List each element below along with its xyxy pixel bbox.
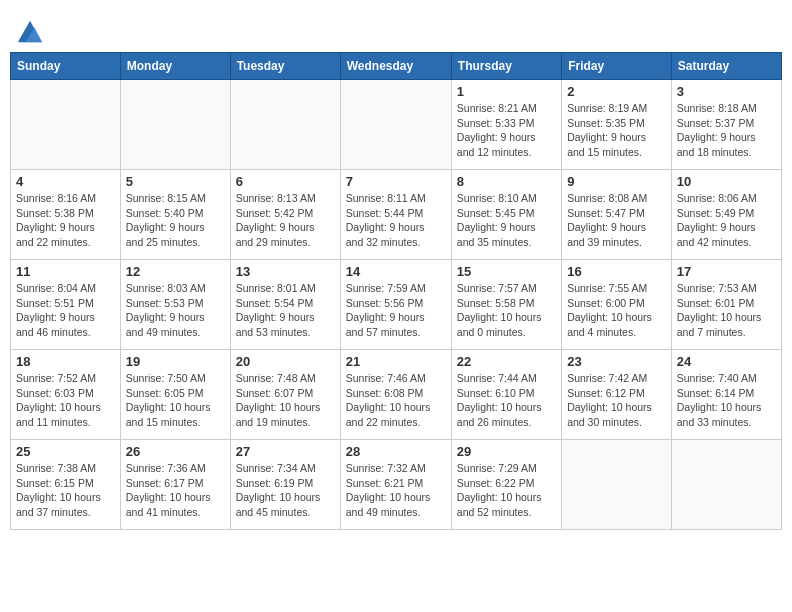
day-info: Sunrise: 7:34 AM Sunset: 6:19 PM Dayligh… (236, 461, 335, 520)
day-number: 22 (457, 354, 556, 369)
calendar-header-friday: Friday (562, 53, 672, 80)
calendar-week-2: 4Sunrise: 8:16 AM Sunset: 5:38 PM Daylig… (11, 170, 782, 260)
calendar-week-1: 1Sunrise: 8:21 AM Sunset: 5:33 PM Daylig… (11, 80, 782, 170)
logo (14, 16, 44, 44)
calendar-cell (120, 80, 230, 170)
calendar-cell: 17Sunrise: 7:53 AM Sunset: 6:01 PM Dayli… (671, 260, 781, 350)
day-info: Sunrise: 8:16 AM Sunset: 5:38 PM Dayligh… (16, 191, 115, 250)
calendar-cell: 27Sunrise: 7:34 AM Sunset: 6:19 PM Dayli… (230, 440, 340, 530)
calendar-cell: 25Sunrise: 7:38 AM Sunset: 6:15 PM Dayli… (11, 440, 121, 530)
calendar-table: SundayMondayTuesdayWednesdayThursdayFrid… (10, 52, 782, 530)
day-info: Sunrise: 7:53 AM Sunset: 6:01 PM Dayligh… (677, 281, 776, 340)
calendar-week-4: 18Sunrise: 7:52 AM Sunset: 6:03 PM Dayli… (11, 350, 782, 440)
calendar-cell: 14Sunrise: 7:59 AM Sunset: 5:56 PM Dayli… (340, 260, 451, 350)
calendar-cell: 3Sunrise: 8:18 AM Sunset: 5:37 PM Daylig… (671, 80, 781, 170)
calendar-cell (340, 80, 451, 170)
calendar-cell: 22Sunrise: 7:44 AM Sunset: 6:10 PM Dayli… (451, 350, 561, 440)
day-info: Sunrise: 7:32 AM Sunset: 6:21 PM Dayligh… (346, 461, 446, 520)
day-number: 8 (457, 174, 556, 189)
day-number: 21 (346, 354, 446, 369)
day-info: Sunrise: 8:15 AM Sunset: 5:40 PM Dayligh… (126, 191, 225, 250)
day-number: 19 (126, 354, 225, 369)
calendar-cell: 9Sunrise: 8:08 AM Sunset: 5:47 PM Daylig… (562, 170, 672, 260)
day-info: Sunrise: 8:10 AM Sunset: 5:45 PM Dayligh… (457, 191, 556, 250)
calendar-week-5: 25Sunrise: 7:38 AM Sunset: 6:15 PM Dayli… (11, 440, 782, 530)
calendar-header-thursday: Thursday (451, 53, 561, 80)
day-info: Sunrise: 7:52 AM Sunset: 6:03 PM Dayligh… (16, 371, 115, 430)
calendar-header-sunday: Sunday (11, 53, 121, 80)
calendar-cell: 1Sunrise: 8:21 AM Sunset: 5:33 PM Daylig… (451, 80, 561, 170)
calendar-cell (230, 80, 340, 170)
day-info: Sunrise: 8:11 AM Sunset: 5:44 PM Dayligh… (346, 191, 446, 250)
day-number: 13 (236, 264, 335, 279)
day-info: Sunrise: 8:19 AM Sunset: 5:35 PM Dayligh… (567, 101, 666, 160)
calendar-cell: 15Sunrise: 7:57 AM Sunset: 5:58 PM Dayli… (451, 260, 561, 350)
day-number: 10 (677, 174, 776, 189)
calendar-week-3: 11Sunrise: 8:04 AM Sunset: 5:51 PM Dayli… (11, 260, 782, 350)
calendar-cell: 4Sunrise: 8:16 AM Sunset: 5:38 PM Daylig… (11, 170, 121, 260)
calendar-cell: 19Sunrise: 7:50 AM Sunset: 6:05 PM Dayli… (120, 350, 230, 440)
day-info: Sunrise: 8:21 AM Sunset: 5:33 PM Dayligh… (457, 101, 556, 160)
calendar-cell (562, 440, 672, 530)
calendar-cell: 6Sunrise: 8:13 AM Sunset: 5:42 PM Daylig… (230, 170, 340, 260)
day-number: 3 (677, 84, 776, 99)
day-info: Sunrise: 7:36 AM Sunset: 6:17 PM Dayligh… (126, 461, 225, 520)
day-number: 17 (677, 264, 776, 279)
day-info: Sunrise: 8:06 AM Sunset: 5:49 PM Dayligh… (677, 191, 776, 250)
day-number: 1 (457, 84, 556, 99)
calendar-cell: 5Sunrise: 8:15 AM Sunset: 5:40 PM Daylig… (120, 170, 230, 260)
day-info: Sunrise: 7:38 AM Sunset: 6:15 PM Dayligh… (16, 461, 115, 520)
day-info: Sunrise: 7:50 AM Sunset: 6:05 PM Dayligh… (126, 371, 225, 430)
day-info: Sunrise: 7:57 AM Sunset: 5:58 PM Dayligh… (457, 281, 556, 340)
day-number: 23 (567, 354, 666, 369)
calendar-cell: 26Sunrise: 7:36 AM Sunset: 6:17 PM Dayli… (120, 440, 230, 530)
day-number: 15 (457, 264, 556, 279)
day-number: 25 (16, 444, 115, 459)
calendar-cell: 20Sunrise: 7:48 AM Sunset: 6:07 PM Dayli… (230, 350, 340, 440)
day-number: 20 (236, 354, 335, 369)
calendar-cell: 12Sunrise: 8:03 AM Sunset: 5:53 PM Dayli… (120, 260, 230, 350)
day-info: Sunrise: 7:55 AM Sunset: 6:00 PM Dayligh… (567, 281, 666, 340)
calendar-cell: 11Sunrise: 8:04 AM Sunset: 5:51 PM Dayli… (11, 260, 121, 350)
calendar-cell: 8Sunrise: 8:10 AM Sunset: 5:45 PM Daylig… (451, 170, 561, 260)
calendar-cell: 10Sunrise: 8:06 AM Sunset: 5:49 PM Dayli… (671, 170, 781, 260)
day-info: Sunrise: 7:40 AM Sunset: 6:14 PM Dayligh… (677, 371, 776, 430)
day-info: Sunrise: 7:48 AM Sunset: 6:07 PM Dayligh… (236, 371, 335, 430)
day-number: 5 (126, 174, 225, 189)
day-number: 26 (126, 444, 225, 459)
day-info: Sunrise: 8:18 AM Sunset: 5:37 PM Dayligh… (677, 101, 776, 160)
calendar-cell: 21Sunrise: 7:46 AM Sunset: 6:08 PM Dayli… (340, 350, 451, 440)
day-number: 16 (567, 264, 666, 279)
day-info: Sunrise: 8:04 AM Sunset: 5:51 PM Dayligh… (16, 281, 115, 340)
day-info: Sunrise: 8:13 AM Sunset: 5:42 PM Dayligh… (236, 191, 335, 250)
calendar-header-monday: Monday (120, 53, 230, 80)
day-info: Sunrise: 7:42 AM Sunset: 6:12 PM Dayligh… (567, 371, 666, 430)
page-header (10, 10, 782, 44)
calendar-cell: 2Sunrise: 8:19 AM Sunset: 5:35 PM Daylig… (562, 80, 672, 170)
day-number: 14 (346, 264, 446, 279)
calendar-cell (671, 440, 781, 530)
calendar-cell: 24Sunrise: 7:40 AM Sunset: 6:14 PM Dayli… (671, 350, 781, 440)
calendar-cell (11, 80, 121, 170)
day-info: Sunrise: 7:46 AM Sunset: 6:08 PM Dayligh… (346, 371, 446, 430)
day-number: 7 (346, 174, 446, 189)
day-info: Sunrise: 7:44 AM Sunset: 6:10 PM Dayligh… (457, 371, 556, 430)
day-info: Sunrise: 7:59 AM Sunset: 5:56 PM Dayligh… (346, 281, 446, 340)
day-info: Sunrise: 8:01 AM Sunset: 5:54 PM Dayligh… (236, 281, 335, 340)
day-number: 11 (16, 264, 115, 279)
calendar-cell: 18Sunrise: 7:52 AM Sunset: 6:03 PM Dayli… (11, 350, 121, 440)
calendar-cell: 29Sunrise: 7:29 AM Sunset: 6:22 PM Dayli… (451, 440, 561, 530)
day-number: 18 (16, 354, 115, 369)
calendar-header-row: SundayMondayTuesdayWednesdayThursdayFrid… (11, 53, 782, 80)
calendar-header-tuesday: Tuesday (230, 53, 340, 80)
day-info: Sunrise: 8:08 AM Sunset: 5:47 PM Dayligh… (567, 191, 666, 250)
calendar-cell: 13Sunrise: 8:01 AM Sunset: 5:54 PM Dayli… (230, 260, 340, 350)
day-number: 27 (236, 444, 335, 459)
day-number: 9 (567, 174, 666, 189)
calendar-cell: 23Sunrise: 7:42 AM Sunset: 6:12 PM Dayli… (562, 350, 672, 440)
day-info: Sunrise: 7:29 AM Sunset: 6:22 PM Dayligh… (457, 461, 556, 520)
day-info: Sunrise: 8:03 AM Sunset: 5:53 PM Dayligh… (126, 281, 225, 340)
calendar-cell: 7Sunrise: 8:11 AM Sunset: 5:44 PM Daylig… (340, 170, 451, 260)
logo-icon (16, 16, 44, 44)
day-number: 24 (677, 354, 776, 369)
